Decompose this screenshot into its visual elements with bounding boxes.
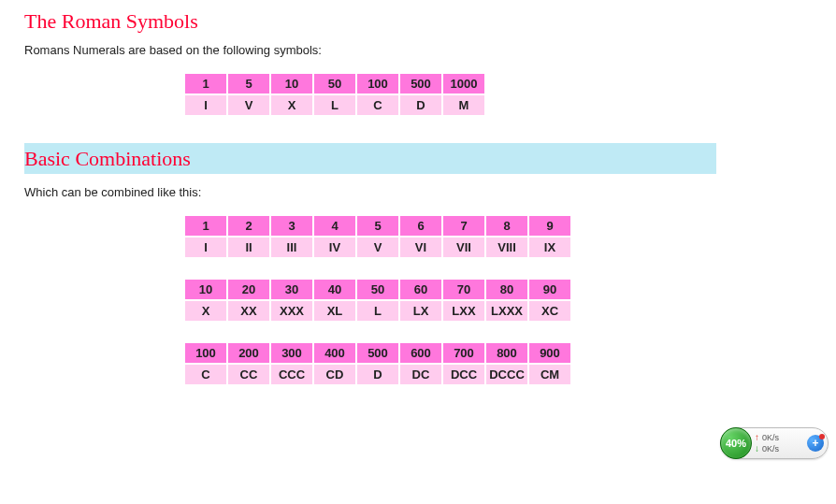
symbols-num-cell: 50 — [314, 74, 355, 94]
num-cell: 50 — [357, 280, 398, 299]
combo-table-3-wrap: 100 200 300 400 500 600 700 800 900 C CC… — [183, 341, 812, 386]
num-cell: 40 — [314, 280, 355, 299]
num-cell: 1 — [185, 216, 226, 236]
num-cell: 500 — [357, 343, 398, 363]
num-cell: 100 — [185, 343, 226, 363]
num-cell: 300 — [271, 343, 312, 363]
symbols-table-wrap: 1 5 10 50 100 500 1000 I V X L C D M — [183, 72, 812, 117]
rom-cell: LXXX — [486, 301, 527, 321]
rom-cell: L — [357, 301, 398, 321]
num-cell: 80 — [486, 280, 527, 299]
rom-cell: VI — [400, 238, 441, 257]
num-cell: 20 — [228, 280, 269, 299]
heading-roman-symbols: The Roman Symbols — [24, 9, 812, 34]
num-cell: 4 — [314, 216, 355, 236]
rom-cell: XX — [228, 301, 269, 321]
num-cell: 5 — [357, 216, 398, 236]
rom-cell: I — [185, 238, 226, 257]
num-cell: 900 — [529, 343, 570, 363]
num-cell: 6 — [400, 216, 441, 236]
rom-cell: CC — [228, 365, 269, 384]
num-cell: 10 — [185, 280, 226, 299]
table-row: 1 2 3 4 5 6 7 8 9 — [185, 216, 570, 236]
download-rate: ↓ 0K/s — [755, 443, 807, 454]
rom-cell: X — [185, 301, 226, 321]
rom-cell: II — [228, 238, 269, 257]
symbols-rom-row: I V X L C D M — [185, 95, 484, 115]
rom-cell: LX — [400, 301, 441, 321]
num-cell: 2 — [228, 216, 269, 236]
symbols-num-row: 1 5 10 50 100 500 1000 — [185, 74, 484, 94]
intro-basic-combinations: Which can be combined like this: — [24, 185, 812, 199]
rom-cell: LXX — [443, 301, 484, 321]
download-value: 0K/s — [762, 444, 779, 454]
rates-box: ↑ 0K/s ↓ 0K/s — [752, 432, 807, 454]
upload-value: 0K/s — [762, 433, 779, 443]
page-content: The Roman Symbols Romans Numerals are ba… — [0, 0, 836, 386]
table-row: 100 200 300 400 500 600 700 800 900 — [185, 343, 570, 363]
symbols-num-cell: 1 — [185, 74, 226, 94]
percent-gauge[interactable]: 40% — [720, 427, 752, 459]
symbols-num-cell: 1000 — [443, 74, 484, 94]
table-row: 10 20 30 40 50 60 70 80 90 — [185, 280, 570, 299]
num-cell: 30 — [271, 280, 312, 299]
num-cell: 90 — [529, 280, 570, 299]
rom-cell: IX — [529, 238, 570, 257]
symbols-table: 1 5 10 50 100 500 1000 I V X L C D M — [183, 72, 486, 117]
rom-cell: III — [271, 238, 312, 257]
combo-table-1: 1 2 3 4 5 6 7 8 9 I II III IV V VI VII V… — [183, 214, 572, 259]
arrow-down-icon: ↓ — [755, 443, 759, 454]
symbols-rom-cell: C — [357, 95, 398, 115]
combo-table-2: 10 20 30 40 50 60 70 80 90 X XX XXX XL L… — [183, 278, 572, 323]
arrow-up-icon: ↑ — [755, 432, 759, 443]
combo-table-3: 100 200 300 400 500 600 700 800 900 C CC… — [183, 341, 572, 386]
table-row: C CC CCC CD D DC DCC DCCC CM — [185, 365, 570, 384]
num-cell: 600 — [400, 343, 441, 363]
num-cell: 200 — [228, 343, 269, 363]
symbols-rom-cell: I — [185, 95, 226, 115]
rom-cell: VIII — [486, 238, 527, 257]
rom-cell: DC — [400, 365, 441, 384]
rom-cell: D — [357, 365, 398, 384]
rom-cell: V — [357, 238, 398, 257]
combo-table-1-wrap: 1 2 3 4 5 6 7 8 9 I II III IV V VI VII V… — [183, 214, 812, 259]
symbols-num-cell: 5 — [228, 74, 269, 94]
rom-cell: CCC — [271, 365, 312, 384]
rom-cell: VII — [443, 238, 484, 257]
rom-cell: XC — [529, 301, 570, 321]
rom-cell: DCCC — [486, 365, 527, 384]
rom-cell: XXX — [271, 301, 312, 321]
table-row: X XX XXX XL L LX LXX LXXX XC — [185, 301, 570, 321]
symbols-rom-cell: X — [271, 95, 312, 115]
num-cell: 3 — [271, 216, 312, 236]
num-cell: 60 — [400, 280, 441, 299]
num-cell: 8 — [486, 216, 527, 236]
rom-cell: CM — [529, 365, 570, 384]
num-cell: 70 — [443, 280, 484, 299]
heading-basic-combinations: Basic Combinations — [24, 147, 716, 171]
rom-cell: C — [185, 365, 226, 384]
rom-cell: DCC — [443, 365, 484, 384]
num-cell: 400 — [314, 343, 355, 363]
symbols-rom-cell: M — [443, 95, 484, 115]
combo-table-2-wrap: 10 20 30 40 50 60 70 80 90 X XX XXX XL L… — [183, 278, 812, 323]
num-cell: 800 — [486, 343, 527, 363]
network-widget[interactable]: 40% ↑ 0K/s ↓ 0K/s + — [720, 427, 829, 459]
rom-cell: CD — [314, 365, 355, 384]
intro-roman-symbols: Romans Numerals are based on the followi… — [24, 43, 812, 57]
heading-bar: Basic Combinations — [24, 143, 716, 174]
symbols-rom-cell: V — [228, 95, 269, 115]
rom-cell: IV — [314, 238, 355, 257]
rom-cell: XL — [314, 301, 355, 321]
symbols-num-cell: 100 — [357, 74, 398, 94]
num-cell: 9 — [529, 216, 570, 236]
num-cell: 700 — [443, 343, 484, 363]
symbols-rom-cell: L — [314, 95, 355, 115]
upload-rate: ↑ 0K/s — [755, 432, 807, 443]
symbols-num-cell: 500 — [400, 74, 441, 94]
symbols-rom-cell: D — [400, 95, 441, 115]
symbols-num-cell: 10 — [271, 74, 312, 94]
add-button[interactable]: + — [807, 435, 824, 452]
table-row: I II III IV V VI VII VIII IX — [185, 238, 570, 257]
num-cell: 7 — [443, 216, 484, 236]
